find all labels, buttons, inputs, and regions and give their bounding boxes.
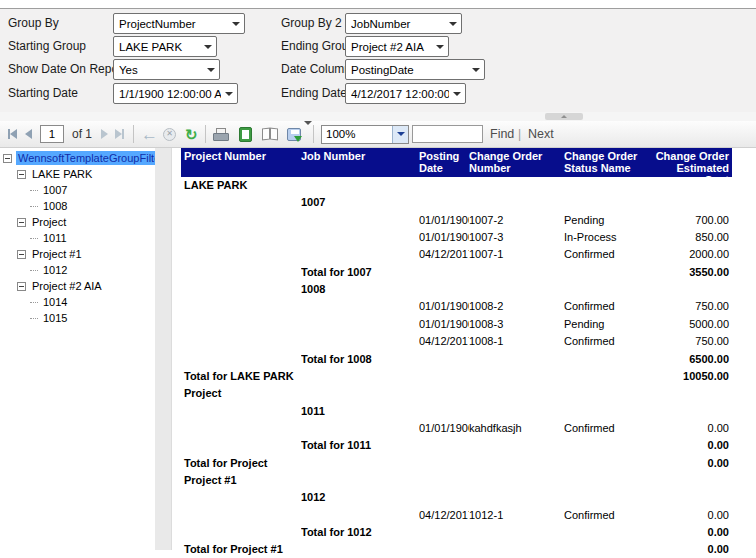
column-header: Posting Date	[419, 148, 469, 177]
tree-leaf-node[interactable]: 1015	[30, 310, 69, 326]
job-group-label: 1011	[301, 405, 419, 422]
report-row: 1008	[181, 283, 732, 300]
estimated-cost-cell: 0.00	[654, 422, 732, 439]
tree-connector	[30, 318, 38, 319]
find-input[interactable]	[412, 125, 483, 143]
estimated-cost-cell: 0.00	[654, 509, 732, 526]
tree-node-label[interactable]: Project #1	[30, 247, 84, 261]
tree-connector	[30, 302, 38, 303]
report-row: 01/01/1900kahdfkasjhConfirmed0.00	[181, 422, 732, 439]
tree-leaf-node[interactable]: 1011	[30, 230, 69, 246]
chevron-down-icon	[304, 125, 312, 143]
tree-leaf-node[interactable]: 1007	[30, 182, 69, 198]
report-row: 01/01/19001007-2Pending700.00	[181, 214, 732, 231]
job-group-label: 1012	[301, 491, 419, 508]
tree-connector	[30, 238, 38, 239]
tree-leaf-node[interactable]: 1014	[30, 294, 69, 310]
print-button[interactable]	[213, 121, 229, 147]
chevron-down-icon	[200, 45, 216, 49]
posting-date-cell: 01/01/1900	[419, 318, 469, 335]
print-layout-button[interactable]	[239, 121, 252, 147]
tree-connector	[30, 206, 38, 207]
current-page-input[interactable]	[40, 125, 64, 143]
change-order-status-cell: Pending	[564, 318, 654, 335]
project-total-cost: 10050.00	[654, 370, 732, 387]
tree-leaf-node[interactable]: 1012	[30, 262, 69, 278]
show-date-dropdown[interactable]: Yes	[113, 59, 220, 80]
change-order-number-cell: 1008-1	[469, 335, 564, 352]
estimated-cost-cell: 2000.00	[654, 248, 732, 265]
date-column-dropdown[interactable]: PostingDate	[345, 59, 485, 80]
previous-page-button[interactable]	[25, 121, 32, 147]
previous-page-icon	[25, 129, 32, 139]
toolbar-separator	[313, 125, 314, 143]
report-row: LAKE PARK	[181, 179, 732, 196]
parameters-collapse-grip[interactable]	[545, 113, 583, 120]
next-link[interactable]: Next	[528, 127, 554, 141]
tree-node-label[interactable]: 1007	[41, 183, 69, 197]
report-row: Total for 10110.00	[181, 439, 732, 456]
job-total-label: Total for 1007	[301, 266, 419, 283]
tree-node-label[interactable]: 1011	[41, 231, 69, 245]
back-button[interactable]: ←	[141, 121, 158, 147]
group-by-2-dropdown[interactable]: JobNumber	[345, 13, 462, 34]
posting-date-cell: 01/01/1900	[419, 422, 469, 439]
tree-node-label[interactable]: 1008	[41, 199, 69, 213]
page-count-label: of 1	[72, 127, 92, 141]
tree-group-node[interactable]: Project #2 AIA	[17, 278, 104, 294]
export-button[interactable]	[287, 121, 312, 147]
project-total-cost: 0.00	[654, 543, 732, 558]
chevron-down-icon	[449, 92, 465, 96]
ending-date-dropdown[interactable]: 4/12/2017 12:00:00 AM	[345, 83, 466, 104]
project-total-label: Total for Project	[181, 457, 301, 474]
tree-node-label[interactable]: 1014	[41, 295, 69, 309]
tree-leaf-node[interactable]: 1008	[30, 198, 69, 214]
find-link[interactable]: Find	[490, 127, 514, 141]
refresh-button[interactable]: ↻	[185, 121, 198, 147]
zoom-select[interactable]: 100%	[321, 125, 409, 144]
refresh-icon: ↻	[185, 127, 198, 142]
page-setup-button[interactable]	[262, 121, 278, 147]
estimated-cost-cell: 700.00	[654, 214, 732, 231]
report-page: Project NumberJob NumberPosting DateChan…	[173, 148, 756, 558]
collapse-icon[interactable]	[17, 250, 26, 259]
collapse-icon[interactable]	[17, 282, 26, 291]
tree-connector	[30, 270, 38, 271]
page-setup-icon	[262, 128, 278, 140]
tree-root-node[interactable]: WennsoftTemplateGroupFilterD	[3, 150, 155, 166]
last-page-button[interactable]	[115, 121, 124, 147]
project-total-label: Total for Project #1	[181, 543, 301, 558]
estimated-cost-cell: 850.00	[654, 231, 732, 248]
tree-node-label[interactable]: LAKE PARK	[30, 167, 94, 181]
collapse-icon[interactable]	[17, 218, 26, 227]
parameters-splitter	[0, 112, 756, 121]
document-map-splitter[interactable]	[155, 148, 172, 550]
tree-node-label[interactable]: WennsoftTemplateGroupFilterD	[16, 151, 155, 165]
starting-date-dropdown[interactable]: 1/1/1900 12:00:00 AM	[113, 83, 238, 104]
change-order-number-cell: 1008-3	[469, 318, 564, 335]
collapse-icon[interactable]	[3, 154, 12, 163]
ending-group-dropdown[interactable]: Project #2 AIA	[345, 36, 449, 57]
group-by-dropdown[interactable]: ProjectNumber	[113, 13, 245, 34]
job-group-label: 1008	[301, 283, 419, 300]
change-order-number-cell: kahdfkasjh	[469, 422, 564, 439]
toolbar-separator	[205, 125, 206, 143]
tree-node-label[interactable]: Project	[30, 215, 68, 229]
ending-group-label: Ending Group	[281, 36, 355, 57]
tree-node-label[interactable]: 1015	[41, 311, 69, 325]
report-content: WennsoftTemplateGroupFilterDLAKE PARK100…	[0, 148, 756, 558]
tree-group-node[interactable]: Project #1	[17, 246, 84, 262]
collapse-icon[interactable]	[17, 170, 26, 179]
report-row: 01/01/19001007-3In-Process850.00	[181, 231, 732, 248]
next-page-button[interactable]	[101, 121, 108, 147]
change-order-number-cell: 1007-2	[469, 214, 564, 231]
stop-button[interactable]: ✕	[163, 121, 176, 147]
tree-group-node[interactable]: Project	[17, 214, 68, 230]
tree-node-label[interactable]: Project #2 AIA	[30, 279, 104, 293]
starting-group-dropdown[interactable]: LAKE PARK	[113, 36, 217, 57]
report-row: Total for 10073550.00	[181, 266, 732, 283]
tree-group-node[interactable]: LAKE PARK	[17, 166, 94, 182]
report-row: Project	[181, 387, 732, 404]
first-page-button[interactable]	[8, 121, 17, 147]
tree-node-label[interactable]: 1012	[41, 263, 69, 277]
